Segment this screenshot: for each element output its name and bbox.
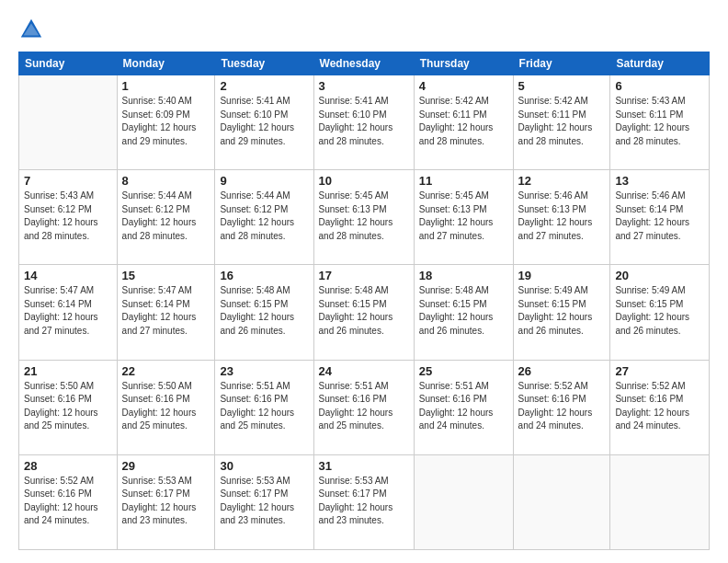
day-info: Sunrise: 5:53 AM Sunset: 6:17 PM Dayligh…	[122, 475, 210, 528]
weekday-header-sunday: Sunday	[19, 52, 118, 75]
weekday-header-friday: Friday	[513, 52, 610, 75]
day-info: Sunrise: 5:47 AM Sunset: 6:14 PM Dayligh…	[122, 284, 210, 338]
day-info: Sunrise: 5:42 AM Sunset: 6:11 PM Dayligh…	[518, 95, 606, 148]
day-info: Sunrise: 5:42 AM Sunset: 6:11 PM Dayligh…	[419, 95, 508, 148]
calendar-cell: 11Sunrise: 5:45 AM Sunset: 6:13 PM Dayli…	[414, 170, 513, 265]
day-info: Sunrise: 5:45 AM Sunset: 6:13 PM Dayligh…	[419, 190, 508, 243]
calendar-cell	[414, 454, 513, 549]
day-number: 5	[518, 79, 606, 93]
calendar-cell: 10Sunrise: 5:45 AM Sunset: 6:13 PM Dayli…	[313, 170, 414, 265]
calendar-cell: 8Sunrise: 5:44 AM Sunset: 6:12 PM Daylig…	[117, 170, 215, 265]
calendar-cell: 2Sunrise: 5:41 AM Sunset: 6:10 PM Daylig…	[215, 75, 313, 170]
calendar-cell: 3Sunrise: 5:41 AM Sunset: 6:10 PM Daylig…	[313, 75, 414, 170]
day-info: Sunrise: 5:48 AM Sunset: 6:15 PM Dayligh…	[319, 284, 409, 338]
day-number: 25	[419, 364, 508, 378]
day-number: 6	[615, 79, 704, 93]
day-number: 20	[615, 269, 704, 282]
day-number: 3	[319, 79, 409, 93]
day-number: 8	[122, 174, 210, 188]
calendar-week-row: 1Sunrise: 5:40 AM Sunset: 6:09 PM Daylig…	[19, 75, 710, 170]
calendar-cell: 9Sunrise: 5:44 AM Sunset: 6:12 PM Daylig…	[215, 170, 313, 265]
day-info: Sunrise: 5:51 AM Sunset: 6:16 PM Dayligh…	[419, 380, 508, 433]
page: SundayMondayTuesdayWednesdayThursdayFrid…	[0, 0, 728, 563]
calendar-week-row: 7Sunrise: 5:43 AM Sunset: 6:12 PM Daylig…	[19, 170, 710, 265]
day-info: Sunrise: 5:49 AM Sunset: 6:15 PM Dayligh…	[518, 284, 606, 338]
day-info: Sunrise: 5:48 AM Sunset: 6:15 PM Dayligh…	[220, 284, 308, 338]
day-info: Sunrise: 5:51 AM Sunset: 6:16 PM Dayligh…	[319, 380, 409, 433]
day-number: 14	[24, 269, 112, 282]
weekday-header-tuesday: Tuesday	[215, 52, 313, 75]
calendar-cell	[513, 454, 610, 549]
day-number: 26	[518, 364, 606, 378]
header	[18, 17, 710, 42]
day-info: Sunrise: 5:45 AM Sunset: 6:13 PM Dayligh…	[319, 190, 409, 243]
day-info: Sunrise: 5:41 AM Sunset: 6:10 PM Dayligh…	[319, 95, 409, 148]
day-number: 31	[319, 459, 409, 473]
weekday-header-monday: Monday	[117, 52, 215, 75]
day-number: 7	[24, 174, 112, 188]
day-number: 2	[220, 79, 308, 93]
day-number: 4	[419, 79, 508, 93]
day-info: Sunrise: 5:41 AM Sunset: 6:10 PM Dayligh…	[220, 95, 308, 148]
day-number: 16	[220, 269, 308, 282]
day-info: Sunrise: 5:52 AM Sunset: 6:16 PM Dayligh…	[518, 380, 606, 433]
day-info: Sunrise: 5:52 AM Sunset: 6:16 PM Dayligh…	[24, 475, 112, 528]
day-number: 27	[615, 364, 704, 378]
calendar-week-row: 21Sunrise: 5:50 AM Sunset: 6:16 PM Dayli…	[19, 360, 710, 454]
logo	[18, 17, 48, 42]
day-info: Sunrise: 5:44 AM Sunset: 6:12 PM Dayligh…	[122, 190, 210, 243]
calendar-cell: 21Sunrise: 5:50 AM Sunset: 6:16 PM Dayli…	[19, 360, 118, 454]
weekday-header-thursday: Thursday	[414, 52, 513, 75]
weekday-header-saturday: Saturday	[610, 52, 710, 75]
calendar-cell	[19, 75, 118, 170]
calendar-cell: 24Sunrise: 5:51 AM Sunset: 6:16 PM Dayli…	[313, 360, 414, 454]
calendar-cell: 23Sunrise: 5:51 AM Sunset: 6:16 PM Dayli…	[215, 360, 313, 454]
day-number: 9	[220, 174, 308, 188]
day-number: 30	[220, 459, 308, 473]
calendar-header-row: SundayMondayTuesdayWednesdayThursdayFrid…	[19, 52, 710, 75]
calendar-cell: 5Sunrise: 5:42 AM Sunset: 6:11 PM Daylig…	[513, 75, 610, 170]
day-info: Sunrise: 5:46 AM Sunset: 6:13 PM Dayligh…	[518, 190, 606, 243]
weekday-header-wednesday: Wednesday	[313, 52, 414, 75]
calendar-cell: 16Sunrise: 5:48 AM Sunset: 6:15 PM Dayli…	[215, 265, 313, 360]
calendar-cell: 27Sunrise: 5:52 AM Sunset: 6:16 PM Dayli…	[610, 360, 710, 454]
calendar-cell: 26Sunrise: 5:52 AM Sunset: 6:16 PM Dayli…	[513, 360, 610, 454]
day-info: Sunrise: 5:43 AM Sunset: 6:12 PM Dayligh…	[24, 190, 112, 243]
day-number: 15	[122, 269, 210, 282]
day-number: 19	[518, 269, 606, 282]
calendar-cell: 31Sunrise: 5:53 AM Sunset: 6:17 PM Dayli…	[313, 454, 414, 549]
day-number: 28	[24, 459, 112, 473]
day-info: Sunrise: 5:53 AM Sunset: 6:17 PM Dayligh…	[220, 475, 308, 528]
day-info: Sunrise: 5:49 AM Sunset: 6:15 PM Dayligh…	[615, 284, 704, 338]
day-info: Sunrise: 5:53 AM Sunset: 6:17 PM Dayligh…	[319, 475, 409, 528]
calendar-cell: 15Sunrise: 5:47 AM Sunset: 6:14 PM Dayli…	[117, 265, 215, 360]
day-info: Sunrise: 5:51 AM Sunset: 6:16 PM Dayligh…	[220, 380, 308, 433]
calendar-cell: 17Sunrise: 5:48 AM Sunset: 6:15 PM Dayli…	[313, 265, 414, 360]
calendar-cell: 19Sunrise: 5:49 AM Sunset: 6:15 PM Dayli…	[513, 265, 610, 360]
day-number: 29	[122, 459, 210, 473]
day-number: 22	[122, 364, 210, 378]
calendar-cell: 29Sunrise: 5:53 AM Sunset: 6:17 PM Dayli…	[117, 454, 215, 549]
calendar-cell: 18Sunrise: 5:48 AM Sunset: 6:15 PM Dayli…	[414, 265, 513, 360]
day-number: 17	[319, 269, 409, 282]
day-info: Sunrise: 5:46 AM Sunset: 6:14 PM Dayligh…	[615, 190, 704, 243]
calendar-cell: 12Sunrise: 5:46 AM Sunset: 6:13 PM Dayli…	[513, 170, 610, 265]
calendar-cell: 1Sunrise: 5:40 AM Sunset: 6:09 PM Daylig…	[117, 75, 215, 170]
day-number: 23	[220, 364, 308, 378]
day-info: Sunrise: 5:52 AM Sunset: 6:16 PM Dayligh…	[615, 380, 704, 433]
day-number: 13	[615, 174, 704, 188]
calendar-cell: 22Sunrise: 5:50 AM Sunset: 6:16 PM Dayli…	[117, 360, 215, 454]
logo-icon	[18, 17, 44, 42]
calendar-cell: 4Sunrise: 5:42 AM Sunset: 6:11 PM Daylig…	[414, 75, 513, 170]
day-info: Sunrise: 5:44 AM Sunset: 6:12 PM Dayligh…	[220, 190, 308, 243]
day-number: 11	[419, 174, 508, 188]
day-number: 10	[319, 174, 409, 188]
day-number: 12	[518, 174, 606, 188]
day-info: Sunrise: 5:43 AM Sunset: 6:11 PM Dayligh…	[615, 95, 704, 148]
day-number: 21	[24, 364, 112, 378]
day-info: Sunrise: 5:48 AM Sunset: 6:15 PM Dayligh…	[419, 284, 508, 338]
calendar-cell: 28Sunrise: 5:52 AM Sunset: 6:16 PM Dayli…	[19, 454, 118, 549]
day-info: Sunrise: 5:40 AM Sunset: 6:09 PM Dayligh…	[122, 95, 210, 148]
day-number: 24	[319, 364, 409, 378]
day-info: Sunrise: 5:47 AM Sunset: 6:14 PM Dayligh…	[24, 284, 112, 338]
